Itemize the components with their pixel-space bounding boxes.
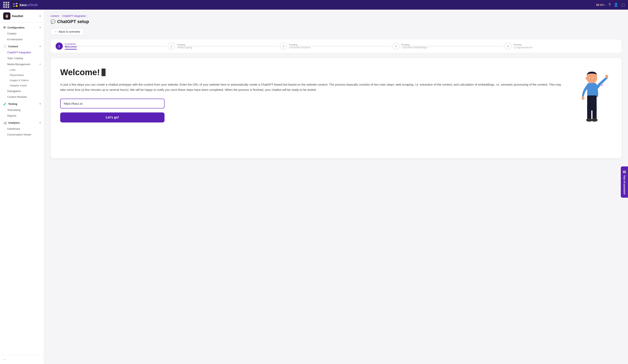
step-5-label: Congratulations! [514,46,533,49]
step-4-circle: 4 [392,43,399,50]
welcome-title-text: Welcome! [60,67,100,77]
media-management-label: Media Management [7,63,30,66]
bot-name: Kauzbot [12,14,40,18]
breadcrumb-content[interactable]: content [51,14,59,17]
step-1-status: In progress [65,43,77,45]
sidebar-item-testing[interactable]: 🧪 Testing ▾ [0,101,44,107]
back-arrow-icon: ← [54,30,57,33]
help-icon[interactable]: ? [609,3,611,7]
sidebar-item-chatbot[interactable]: Chatbot [0,31,44,37]
lang-chevron-icon: › [605,3,605,6]
sidebar-item-placeholders[interactable]: Placeholders [0,72,44,78]
content-collapse-icon: ▾ [40,45,41,48]
sidebar-item-adaptive-cards[interactable]: Adaptive Cards [0,83,44,88]
step-4: 4 Pending Calculate embeddings [392,43,504,50]
step-3-status: Pending [289,44,311,46]
svg-rect-2 [16,3,18,4]
step-1-label: Welcome! [65,45,77,48]
configuration-collapse-icon: ▾ [40,26,41,29]
topbar-right: 🇬🇧 EN › ? 👤 ⬚ [596,2,625,7]
logout-icon[interactable]: ⬚ [621,2,625,7]
analytics-label: Analytics [8,121,20,124]
svg-point-21 [601,84,603,86]
breadcrumb-chatgpt-integration[interactable]: ChatGPT integration [62,14,86,17]
welcome-title: Welcome! [60,67,562,77]
step-1-underline [65,49,77,50]
configuration-label: Configuration [7,26,24,29]
sidebar-item-analytics[interactable]: 📊 Analytics ▾ [0,120,44,126]
lets-go-label: Let's go! [106,116,119,119]
lets-go-button[interactable]: Let's go! [60,113,164,122]
step-4-info: Pending Calculate embeddings [401,44,427,49]
svg-point-10 [581,96,584,100]
nav-section-content: 📄 Content ▾ ChatGPT-Integration Topic Ca… [0,43,44,100]
testing-icon: 🧪 [3,102,7,105]
step-5: 5 Pending Congratulations! [504,43,617,50]
nav-section-analytics: 📊 Analytics ▾ Dashboard Conversation-Vie… [0,120,44,137]
page-title-text: ChatGPT setup [57,19,89,24]
step-4-status: Pending [401,44,427,46]
step-1-info: In progress Welcome! [65,43,77,50]
back-to-overview-button[interactable]: ← Back to overview [51,28,84,35]
sidebar-item-chatgpt-integration[interactable]: ChatGPT-Integration [0,50,44,55]
user-icon[interactable]: 👤 [614,2,618,7]
step-5-circle: 5 [504,43,512,50]
flag-icon: 🇬🇧 [596,3,599,6]
url-input[interactable] [60,99,164,109]
breadcrumb-sep-1: / [60,14,61,17]
ai-assistant-panel[interactable]: 🤖 Your AI assistant [621,166,628,198]
welcome-content: Welcome! In just a few steps you can cre… [60,67,562,122]
svg-point-14 [586,118,592,122]
sidebar-item-links[interactable]: Links [0,67,44,72]
language-selector[interactable]: 🇬🇧 EN › [596,3,605,6]
topbar: kauz aiStudio 🇬🇧 EN › ? 👤 ⬚ [0,0,628,10]
main-content: content / ChatGPT integration / 💬 ChatGP… [44,10,628,364]
sidebar-item-content-modules[interactable]: Content Modules [0,94,44,100]
sidebar-nav: ⚙ Configuration ▾ Chatbot KI-Interaction… [0,23,44,355]
welcome-card: Welcome! In just a few steps you can cre… [51,58,622,158]
step-1-circle: 1 [56,43,63,50]
svg-rect-0 [12,1,19,8]
bot-avatar: 🦉 [3,12,10,20]
step-2-circle: 2 [168,43,175,50]
content-icon: 📄 [3,45,7,48]
sidebar-item-configuration[interactable]: ⚙ Configuration ▾ [0,24,44,31]
svg-point-18 [590,78,591,79]
apps-grid-button[interactable] [3,2,9,8]
step-4-label: Calculate embeddings [401,46,427,49]
testing-collapse-icon: ▾ [40,103,41,105]
logo: kauz aiStudio [12,1,38,8]
testing-label: Testing [8,102,17,105]
sidebar-item-media-management[interactable]: Media Management ▾ [0,61,44,67]
sidebar-item-conversation-viewer[interactable]: Conversation-Viewer [0,132,44,137]
svg-point-20 [605,75,608,78]
sidebar-item-reports[interactable]: Reports [0,113,44,119]
page-title: 💬 ChatGPT setup [51,19,622,24]
sidebar-item-ki-interaction[interactable]: KI-Interaction [0,37,44,42]
step-3-info: Pending Extracted sections [289,44,311,49]
breadcrumb-sep-2: / [87,14,88,17]
analytics-collapse-icon: ▾ [40,121,41,124]
sidebar: 🦉 Kauzbot ▾ ⚙ Configuration ▾ Chatbot KI… [0,10,44,364]
svg-text:aiStudio: aiStudio [27,3,38,7]
gear-icon: ⚙ [3,26,6,29]
chat-icon: 💬 [51,19,56,24]
media-management-chevron-icon: ▾ [40,63,41,65]
sidebar-item-content[interactable]: 📄 Content ▾ [0,43,44,50]
svg-point-15 [591,118,598,122]
sidebar-item-dashboard[interactable]: Dashboard [0,126,44,132]
step-1: 1 In progress Welcome! [56,43,168,50]
nav-section-testing: 🧪 Testing ▾ Testcatalog Reports [0,101,44,119]
sidebar-more-button[interactable]: ··· [0,355,44,364]
svg-rect-13 [592,104,597,120]
analytics-icon: 📊 [3,121,7,124]
sidebar-item-dialogplans[interactable]: Dialogplans [0,88,44,94]
sidebar-item-images-videos[interactable]: Images & Videos [0,78,44,83]
nav-section-configuration: ⚙ Configuration ▾ Chatbot KI-Interaction [0,24,44,42]
bot-selector[interactable]: 🦉 Kauzbot ▾ [0,10,44,23]
sidebar-item-topic-catalog[interactable]: Topic Catalog [0,55,44,61]
topbar-left: kauz aiStudio [3,1,38,8]
step-3: 3 Pending Extracted sections [280,43,392,50]
sidebar-item-testcatalog[interactable]: Testcatalog [0,107,44,113]
welcome-description: In just a few steps you can create a cha… [60,82,562,92]
